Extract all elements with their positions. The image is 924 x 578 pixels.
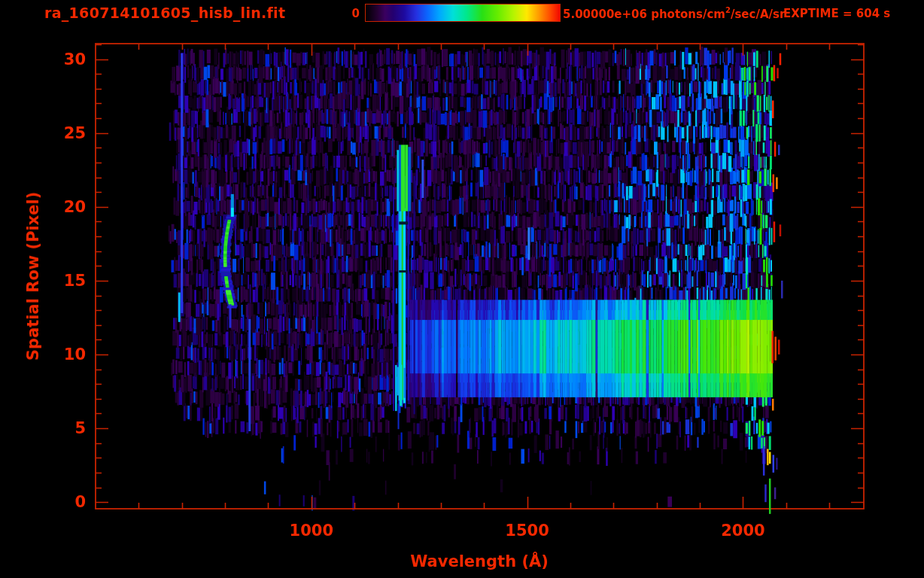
y-tick-label: 5 [45,419,86,437]
y-tick-label: 25 [45,123,86,141]
x-tick-label: 2000 [721,522,764,540]
file-title: ra_160714101605_hisb_lin.fit [44,5,285,21]
exptime-label: EXPTIME = 604 s [783,7,890,20]
y-axis-title: Spatial Row (Pixel) [24,192,42,360]
y-tick-label: 20 [45,197,86,215]
colorbar-max-label: 5.00000e+06 photons/cm2/sec/A/sr [563,7,785,21]
y-tick-label: 30 [45,50,86,68]
colorbar-gradient [365,4,561,22]
fits-spectrogram-viewer: ra_160714101605_hisb_lin.fit 0 5.00000e+… [0,0,924,578]
x-tick-label: 1500 [505,522,549,540]
spectral-heatmap-canvas [0,0,924,578]
x-axis-title: Wavelength (Å) [410,552,549,570]
y-tick-label: 15 [45,271,86,289]
x-tick-label: 1000 [290,522,333,540]
y-tick-label: 0 [45,493,86,511]
colorbar-unit-superscript: 2 [725,6,731,14]
colorbar-unit-suffix: /sec/A/sr [731,8,785,21]
colorbar-unit-prefix: photons/cm [647,8,725,21]
y-tick-label: 10 [45,345,86,363]
colorbar-min-label: 0 [345,7,360,20]
colorbar-max-value: 5.00000e+06 [563,8,647,21]
